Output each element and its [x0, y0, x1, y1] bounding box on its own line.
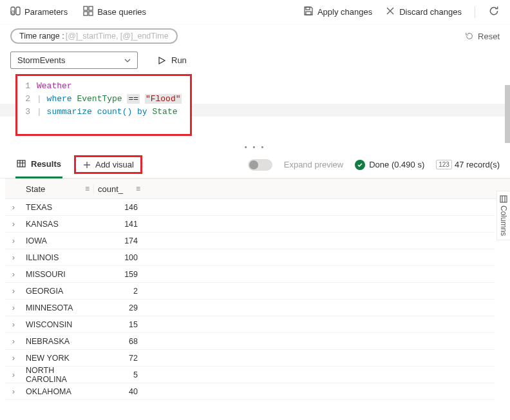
refresh-icon [488, 5, 500, 17]
expand-row-icon[interactable]: › [5, 253, 22, 262]
expand-row-icon[interactable]: › [5, 370, 22, 379]
expand-row-icon[interactable]: › [5, 269, 22, 279]
status-text: Done (0.490 s) [369, 160, 424, 169]
svg-rect-10 [500, 196, 507, 202]
table-row[interactable]: ›KANSAS141 [5, 216, 495, 233]
svg-rect-8 [306, 12, 311, 15]
table-row[interactable]: ›WISCONSIN15 [5, 316, 495, 333]
column-header-count[interactable]: count_ ≡ [94, 184, 144, 194]
column-header-state[interactable]: State ≡ [22, 184, 94, 194]
record-count: 123 47 record(s) [436, 160, 500, 169]
cell-state: TEXAS [22, 203, 94, 212]
table-row[interactable]: ›ILLINOIS100 [5, 249, 495, 266]
table-row[interactable]: ›TEXAS146 [5, 199, 495, 216]
expand-row-icon[interactable]: › [5, 219, 22, 229]
cell-count: 29 [94, 303, 144, 312]
discard-changes-label: Discard changes [399, 7, 462, 17]
expand-row-icon[interactable]: › [5, 336, 22, 346]
column-menu-icon[interactable]: ≡ [85, 184, 90, 193]
discard-changes-button[interactable]: Discard changes [385, 6, 462, 18]
run-button[interactable]: Run [151, 52, 193, 68]
base-queries-button[interactable]: Base queries [83, 6, 146, 18]
svg-rect-2 [16, 7, 20, 15]
svg-rect-9 [17, 160, 25, 167]
add-visual-button[interactable]: Add visual [74, 155, 142, 174]
code-token-keyword: where [47, 94, 72, 104]
numeric-badge-icon: 123 [436, 160, 452, 169]
cell-count: 100 [94, 253, 144, 262]
line-number: 2 [17, 93, 37, 106]
cell-count: 40 [94, 387, 144, 396]
grid-header: State ≡ count_ ≡ [5, 178, 510, 199]
line-number: 3 [17, 106, 37, 119]
cell-state: OKLAHOMA [22, 387, 94, 396]
results-toolbar: Results Add visual Expand preview Done (… [0, 151, 510, 178]
parameters-button[interactable]: @ Parameters [10, 6, 68, 18]
expand-row-icon[interactable]: › [5, 303, 22, 312]
query-toolbar: StormEvents Run [0, 49, 510, 74]
cell-count: 146 [94, 203, 144, 212]
code-token-function: count() [97, 107, 133, 117]
table-row[interactable]: ›NEBRASKA68 [5, 333, 495, 350]
cell-count: 141 [94, 220, 144, 229]
record-count-text: 47 record(s) [455, 160, 500, 169]
time-range-pill[interactable]: Time range : [@]_startTime, [@]_endTime [10, 28, 178, 44]
code-token-string: "Flood" [145, 94, 182, 104]
table-row[interactable]: ›MINNESOTA29 [5, 300, 495, 316]
reset-label: Reset [478, 32, 500, 41]
table-row[interactable]: ›MISSOURI159 [5, 266, 495, 283]
grid-body[interactable]: ›TEXAS146›KANSAS141›IOWA174›ILLINOIS100›… [5, 199, 495, 400]
table-row[interactable]: ›NORTH CAROLINA5 [5, 367, 495, 383]
divider [475, 6, 475, 18]
play-icon [157, 56, 166, 65]
add-visual-label: Add visual [95, 160, 134, 169]
cell-count: 2 [94, 287, 144, 296]
cell-count: 68 [94, 337, 144, 346]
tab-results[interactable]: Results [15, 151, 62, 178]
run-label: Run [171, 55, 187, 65]
base-queries-icon [83, 6, 93, 18]
columns-icon [500, 195, 507, 203]
table-row[interactable]: ›IOWA174 [5, 233, 495, 249]
results-grid: State ≡ count_ ≡ ›TEXAS146›KANSAS141›IOW… [5, 178, 510, 400]
table-row[interactable]: ›GEORGIA2 [5, 283, 495, 300]
time-range-label: Time range : [19, 32, 64, 41]
database-select[interactable]: StormEvents [10, 52, 138, 69]
svg-text:@: @ [10, 9, 15, 15]
cell-state: GEORGIA [22, 287, 94, 296]
cell-count: 5 [94, 370, 144, 379]
cell-state: WISCONSIN [22, 320, 94, 329]
cell-state: ILLINOIS [22, 253, 94, 262]
parameters-label: Parameters [24, 7, 68, 17]
success-icon [355, 160, 365, 170]
column-menu-icon[interactable]: ≡ [136, 184, 140, 193]
expand-preview-toggle[interactable] [248, 159, 272, 171]
expand-row-icon[interactable]: › [5, 353, 22, 363]
minimap-scrollbar[interactable] [505, 85, 510, 143]
splitter-handle[interactable]: • • • [0, 142, 510, 151]
expand-row-icon[interactable]: › [5, 202, 22, 212]
table-row[interactable]: ›OKLAHOMA40 [5, 383, 495, 400]
columns-side-panel[interactable]: Columns [496, 191, 510, 240]
reset-button[interactable]: Reset [465, 32, 500, 41]
expand-row-icon[interactable]: › [5, 387, 22, 396]
save-icon [303, 6, 314, 18]
database-value: StormEvents [17, 55, 65, 65]
line-number: 1 [17, 80, 37, 93]
code-token-table: Weather [37, 81, 72, 91]
expand-row-icon[interactable]: › [5, 236, 22, 245]
code-token-operator: == [127, 94, 140, 104]
apply-changes-button[interactable]: Apply changes [303, 6, 372, 18]
expand-row-icon[interactable]: › [5, 320, 22, 329]
cell-state: NEBRASKA [22, 337, 94, 346]
table-row[interactable]: ›NEW YORK72 [5, 350, 495, 367]
svg-rect-4 [89, 6, 93, 10]
cell-state: NEW YORK [22, 354, 94, 363]
refresh-button[interactable] [488, 5, 500, 19]
expand-row-icon[interactable]: › [5, 286, 22, 296]
cell-state: NORTH CAROLINA [22, 366, 94, 384]
code-token-by: by [137, 107, 147, 117]
svg-rect-5 [84, 12, 88, 15]
parameters-icon: @ [10, 6, 21, 18]
query-editor[interactable]: 1Weather 2| where EventType == "Flood" 3… [15, 74, 192, 136]
